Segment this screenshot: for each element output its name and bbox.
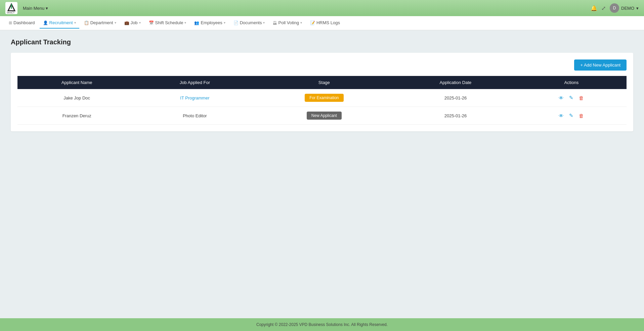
nav-item-employees[interactable]: 👥 Employees ▾ — [191, 17, 228, 29]
action-icons: 👁✎🗑 — [522, 112, 621, 119]
topbar-right: 🔔 ⤢ D DEMO ▾ — [591, 3, 639, 13]
topbar: VersCT Main Menu ▾ 🔔 ⤢ D DEMO ▾ — [0, 0, 644, 16]
user-label: DEMO — [621, 6, 634, 11]
user-chevron: ▾ — [636, 6, 639, 11]
nav-label-hrms-logs: HRMS Logs — [316, 20, 340, 25]
topbar-left: VersCT Main Menu ▾ — [5, 2, 48, 14]
dashboard-icon: ⊞ — [9, 20, 12, 25]
stage-cell: For Examination — [254, 89, 395, 107]
actions-cell: 👁✎🗑 — [516, 107, 627, 125]
nav-label-documents: Documents — [240, 20, 262, 25]
col-header-job: Job Applied For — [136, 76, 253, 89]
documents-icon: 📄 — [233, 20, 239, 25]
application-date-cell: 2025-01-26 — [395, 89, 516, 107]
user-avatar: D — [610, 3, 619, 13]
nav-item-poll-voting[interactable]: 🗳 Poll Voting ▾ — [269, 17, 305, 29]
logo: VersCT — [5, 2, 17, 14]
department-chevron: ▾ — [115, 21, 116, 25]
nav-item-shift-schedule[interactable]: 📅 Shift Schedule ▾ — [145, 17, 190, 29]
table-row: Jake Jop DocIT ProgrammerFor Examination… — [17, 89, 627, 107]
recruitment-icon: 👤 — [43, 20, 48, 25]
col-header-stage: Stage — [254, 76, 395, 89]
nav-item-job[interactable]: 💼 Job ▾ — [121, 17, 144, 29]
stage-badge: For Examination — [305, 94, 343, 102]
employees-icon: 👥 — [194, 20, 199, 25]
nav-item-documents[interactable]: 📄 Documents ▾ — [230, 17, 268, 29]
nav-label-department: Department — [90, 20, 113, 25]
nav-label-dashboard: Dashboard — [13, 20, 35, 25]
table-body: Jake Jop DocIT ProgrammerFor Examination… — [17, 89, 627, 125]
table-row: Franzen DeruzPhoto EditorNew Applicant20… — [17, 107, 627, 125]
applicant-name-cell: Jake Jop Doc — [17, 89, 136, 107]
page-title: Applicant Tracking — [11, 38, 633, 46]
employees-chevron: ▾ — [224, 21, 225, 25]
job-icon: 💼 — [124, 20, 129, 25]
poll-voting-chevron: ▾ — [300, 21, 302, 25]
nav-label-poll-voting: Poll Voting — [278, 20, 299, 25]
action-icons: 👁✎🗑 — [522, 94, 621, 101]
navbar: ⊞ Dashboard 👤 Recruitment ▾ 📋 Department… — [0, 16, 644, 30]
nav-label-employees: Employees — [201, 20, 222, 25]
main-content: Applicant Tracking + Add New Applicant A… — [0, 30, 644, 318]
hrms-logs-icon: 📝 — [310, 20, 315, 25]
delete-button[interactable]: 🗑 — [577, 112, 585, 119]
shift-schedule-icon: 📅 — [149, 20, 154, 25]
view-button[interactable]: 👁 — [557, 94, 565, 101]
recruitment-chevron: ▾ — [74, 21, 76, 25]
nav-label-shift-schedule: Shift Schedule — [155, 20, 183, 25]
nav-label-job: Job — [131, 20, 138, 25]
expand-icon[interactable]: ⤢ — [601, 5, 606, 11]
delete-button[interactable]: 🗑 — [577, 94, 585, 101]
actions-cell: 👁✎🗑 — [516, 89, 627, 107]
add-new-applicant-button[interactable]: + Add New Applicant — [574, 59, 627, 71]
main-menu-chevron: ▾ — [46, 6, 48, 11]
application-date-cell: 2025-01-26 — [395, 107, 516, 125]
main-menu-button[interactable]: Main Menu ▾ — [23, 6, 48, 11]
user-menu-button[interactable]: D DEMO ▾ — [610, 3, 639, 13]
footer-copyright: Copyright © 2022-2025 VPD Business Solut… — [256, 322, 388, 327]
job-chevron: ▾ — [139, 21, 141, 25]
applicant-table: Applicant Name Job Applied For Stage App… — [17, 76, 627, 125]
applicant-name-cell: Franzen Deruz — [17, 107, 136, 125]
logo-icon: VersCT — [5, 2, 17, 14]
job-applied-cell: Photo Editor — [136, 107, 253, 125]
table-header: Applicant Name Job Applied For Stage App… — [17, 76, 627, 89]
job-link[interactable]: IT Programmer — [180, 95, 209, 100]
nav-item-department[interactable]: 📋 Department ▾ — [81, 17, 120, 29]
card-toolbar: + Add New Applicant — [17, 59, 627, 71]
applicant-tracking-card: + Add New Applicant Applicant Name Job A… — [11, 53, 633, 131]
main-menu-label: Main Menu — [23, 6, 44, 11]
edit-button[interactable]: ✎ — [568, 94, 575, 101]
stage-cell: New Applicant — [254, 107, 395, 125]
department-icon: 📋 — [84, 20, 89, 25]
shift-schedule-chevron: ▾ — [184, 21, 186, 25]
edit-button[interactable]: ✎ — [568, 112, 575, 119]
documents-chevron: ▾ — [263, 21, 265, 25]
poll-voting-icon: 🗳 — [273, 20, 277, 25]
col-header-date: Application Date — [395, 76, 516, 89]
nav-item-recruitment[interactable]: 👤 Recruitment ▾ — [40, 17, 79, 29]
job-applied-cell[interactable]: IT Programmer — [136, 89, 253, 107]
footer: Copyright © 2022-2025 VPD Business Solut… — [0, 318, 644, 331]
nav-item-dashboard[interactable]: ⊞ Dashboard — [5, 17, 38, 29]
notification-icon[interactable]: 🔔 — [591, 5, 597, 11]
view-button[interactable]: 👁 — [557, 112, 565, 119]
nav-label-recruitment: Recruitment — [49, 20, 73, 25]
nav-item-hrms-logs[interactable]: 📝 HRMS Logs — [307, 17, 343, 29]
stage-badge: New Applicant — [307, 112, 342, 120]
svg-text:VersCT: VersCT — [7, 11, 15, 14]
col-header-actions: Actions — [516, 76, 627, 89]
col-header-name: Applicant Name — [17, 76, 136, 89]
